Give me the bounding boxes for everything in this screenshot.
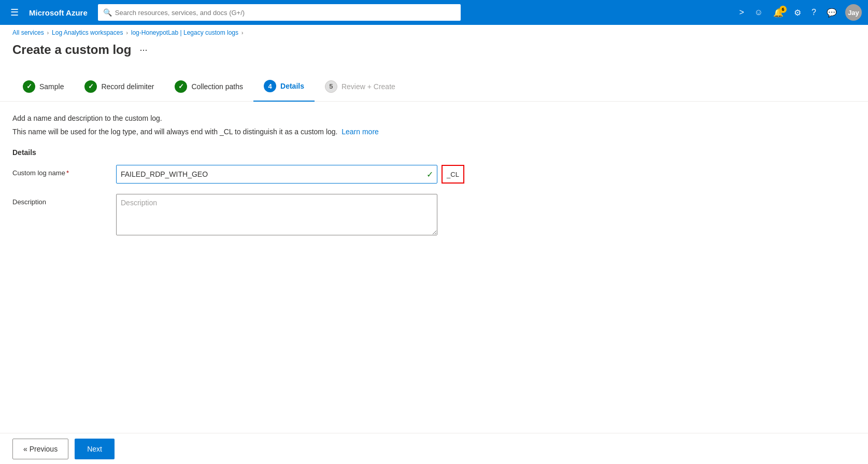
more-options-button[interactable]: ···: [136, 44, 150, 57]
step-1-circle: ✓: [23, 80, 35, 93]
search-input[interactable]: [115, 9, 456, 17]
cl-suffix-badge: _CL: [442, 165, 464, 184]
description-2-text: This name will be used for the log type,…: [12, 128, 337, 136]
description-2: This name will be used for the log type,…: [12, 128, 856, 136]
brand-name: Microsoft Azure: [29, 8, 88, 17]
cloud-shell-icon[interactable]: >: [735, 5, 748, 20]
breadcrumb-legacy-custom-logs[interactable]: log-HoneypotLab | Legacy custom logs: [131, 29, 238, 36]
custom-log-name-control: ✓ _CL: [116, 165, 437, 184]
breadcrumb-log-analytics[interactable]: Log Analytics workspaces: [52, 29, 123, 36]
breadcrumb: All services › Log Analytics workspaces …: [0, 25, 868, 40]
description-control: [116, 194, 437, 237]
settings-icon[interactable]: ⚙: [790, 5, 805, 21]
breadcrumb-all-services[interactable]: All services: [12, 29, 44, 36]
step-4-label: Details: [280, 82, 304, 90]
bottom-bar: « Previous Next: [0, 433, 868, 464]
step-5-circle: 5: [325, 80, 337, 93]
breadcrumb-sep-1: ›: [47, 30, 49, 36]
hamburger-menu[interactable]: ☰: [6, 3, 23, 22]
page-title-row: Create a custom log ···: [0, 40, 868, 65]
form-row-description: Description: [12, 194, 856, 237]
wizard-steps: ✓ Sample ✓ Record delimiter ✓ Collection…: [0, 65, 868, 102]
input-valid-checkmark: ✓: [426, 170, 433, 179]
main-content: Add a name and description to the custom…: [0, 102, 868, 260]
learn-more-link[interactable]: Learn more: [341, 128, 379, 136]
breadcrumb-sep-3: ›: [241, 30, 243, 36]
search-bar: 🔍: [98, 4, 461, 21]
custom-log-name-input[interactable]: [116, 165, 437, 184]
description-1: Add a name and description to the custom…: [12, 114, 856, 122]
previous-button[interactable]: « Previous: [12, 439, 68, 459]
form-row-custom-log-name: Custom log name* ✓ _CL: [12, 165, 856, 184]
required-marker: *: [66, 169, 69, 177]
step-sample[interactable]: ✓ Sample: [12, 74, 74, 101]
help-icon[interactable]: ?: [807, 5, 820, 20]
step-5-label: Review + Create: [341, 82, 395, 91]
step-review-create[interactable]: 5 Review + Create: [315, 74, 406, 101]
step-details[interactable]: 4 Details: [253, 74, 315, 102]
notification-badge: 6: [779, 6, 787, 13]
top-navigation: ☰ Microsoft Azure 🔍 > ☺ 🔔 6 ⚙ ? 💬 Jay: [0, 0, 868, 25]
page-title: Create a custom log: [12, 43, 131, 57]
next-button[interactable]: Next: [75, 439, 115, 459]
step-collection-paths[interactable]: ✓ Collection paths: [164, 74, 253, 101]
avatar[interactable]: Jay: [845, 4, 862, 21]
step-4-circle: 4: [264, 80, 276, 92]
description-textarea[interactable]: [116, 194, 437, 235]
step-1-label: Sample: [39, 82, 64, 91]
nav-actions: > ☺ 🔔 6 ⚙ ? 💬 Jay: [735, 4, 862, 21]
feedback-icon[interactable]: ☺: [750, 5, 767, 20]
search-icon: 🔍: [103, 8, 112, 17]
chat-icon[interactable]: 💬: [822, 5, 841, 21]
notifications-icon[interactable]: 🔔 6: [769, 5, 788, 21]
step-2-label: Record delimiter: [101, 82, 154, 91]
breadcrumb-sep-2: ›: [126, 30, 127, 36]
step-3-circle: ✓: [175, 80, 187, 93]
description-label: Description: [12, 194, 116, 206]
step-2-circle: ✓: [84, 80, 97, 93]
custom-log-name-label: Custom log name*: [12, 165, 116, 177]
section-title: Details: [12, 148, 856, 157]
step-3-label: Collection paths: [191, 82, 243, 91]
step-record-delimiter[interactable]: ✓ Record delimiter: [74, 74, 164, 101]
